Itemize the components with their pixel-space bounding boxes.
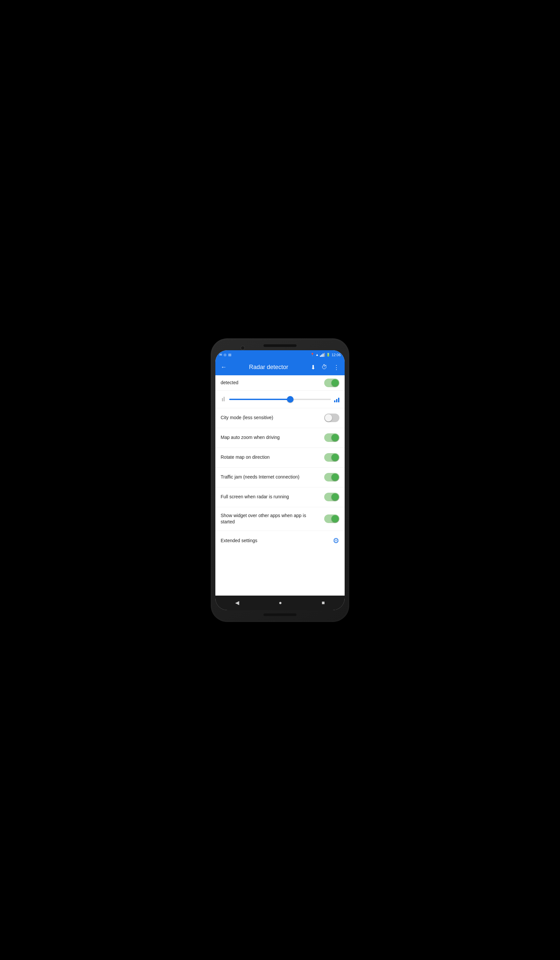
bar-chart (334, 397, 339, 402)
slider-min-icon (221, 395, 226, 403)
detected-toggle-thumb (331, 379, 339, 387)
location-icon: 📍 (310, 353, 314, 357)
bottom-nav: ◀ ● ■ (215, 595, 345, 610)
show-widget-row[interactable]: Show widget over other apps when app is … (215, 507, 345, 531)
wifi-icon: ▲ (315, 353, 319, 357)
traffic-jam-row[interactable]: Traffic jam (needs Internet connection) (215, 468, 345, 487)
extended-settings-row[interactable]: Extended settings ⚙ (215, 531, 345, 551)
city-mode-label: City mode (less sensitive) (221, 414, 324, 421)
extended-label: Extended settings (221, 538, 333, 544)
traffic-jam-toggle-thumb (331, 474, 339, 481)
status-icons-right: 📍 ▲ 🔋 12:06 (310, 353, 341, 357)
gear-icon: ⚙ (333, 536, 339, 545)
full-screen-label: Full screen when radar is running (221, 494, 324, 500)
speaker-bottom (264, 613, 296, 616)
city-mode-toggle[interactable] (324, 414, 339, 422)
sd-card-icon: ▤ (228, 353, 231, 357)
city-mode-toggle-thumb (325, 414, 332, 421)
rotate-map-row[interactable]: Rotate map on direction (215, 448, 345, 468)
download-button[interactable]: ⬇ (309, 362, 317, 372)
front-camera (240, 346, 245, 350)
app-bar: ← Radar detector ⬇ ⏱ ⋮ (215, 360, 345, 375)
slider-thumb[interactable] (287, 396, 293, 403)
back-button[interactable]: ← (219, 362, 228, 372)
circle-icon: ◎ (224, 353, 227, 357)
rotate-map-toggle-thumb (331, 454, 339, 461)
full-screen-toggle-thumb (331, 493, 339, 501)
settings-content: detected (215, 375, 345, 595)
phone-device: ✉ ◎ ▤ 📍 ▲ 🔋 12:06 ← Radar detector (211, 338, 349, 622)
traffic-jam-label: Traffic jam (needs Internet connection) (221, 474, 324, 480)
show-widget-toggle[interactable] (324, 514, 339, 523)
rotate-map-label: Rotate map on direction (221, 454, 324, 461)
back-nav-button[interactable]: ◀ (235, 600, 239, 606)
app-title: Radar detector (231, 364, 306, 371)
svg-rect-1 (224, 397, 225, 402)
show-widget-label: Show widget over other apps when app is … (221, 512, 324, 525)
rotate-map-toggle[interactable] (324, 453, 339, 462)
show-widget-toggle-thumb (331, 515, 339, 522)
speaker-top (264, 344, 296, 347)
detected-label: detected (221, 379, 324, 386)
mail-icon: ✉ (219, 353, 222, 357)
sensitivity-slider-row (215, 391, 345, 408)
recents-nav-button[interactable]: ■ (322, 600, 325, 606)
slider-fill (229, 399, 290, 400)
map-zoom-row[interactable]: Map auto zoom when driving (215, 428, 345, 448)
full-screen-row[interactable]: Full screen when radar is running (215, 487, 345, 507)
battery-icon: 🔋 (326, 353, 330, 357)
traffic-jam-toggle[interactable] (324, 473, 339, 482)
detected-setting-row: detected (215, 375, 345, 391)
detected-toggle[interactable] (324, 379, 339, 387)
svg-rect-0 (222, 398, 223, 402)
map-zoom-label: Map auto zoom when driving (221, 434, 324, 441)
slider-max-icon (334, 397, 339, 402)
status-icons-left: ✉ ◎ ▤ (219, 353, 231, 357)
home-nav-button[interactable]: ● (279, 600, 282, 606)
status-time: 12:06 (331, 353, 341, 357)
map-zoom-toggle[interactable] (324, 434, 339, 442)
more-button[interactable]: ⋮ (332, 362, 341, 372)
map-zoom-toggle-thumb (331, 434, 339, 441)
phone-screen: ✉ ◎ ▤ 📍 ▲ 🔋 12:06 ← Radar detector (215, 350, 345, 610)
full-screen-toggle[interactable] (324, 493, 339, 501)
sensitivity-slider[interactable] (229, 399, 331, 400)
status-bar: ✉ ◎ ▤ 📍 ▲ 🔋 12:06 (215, 350, 345, 360)
clock-button[interactable]: ⏱ (320, 362, 329, 372)
signal-icon (320, 353, 325, 357)
city-mode-row[interactable]: City mode (less sensitive) (215, 408, 345, 428)
